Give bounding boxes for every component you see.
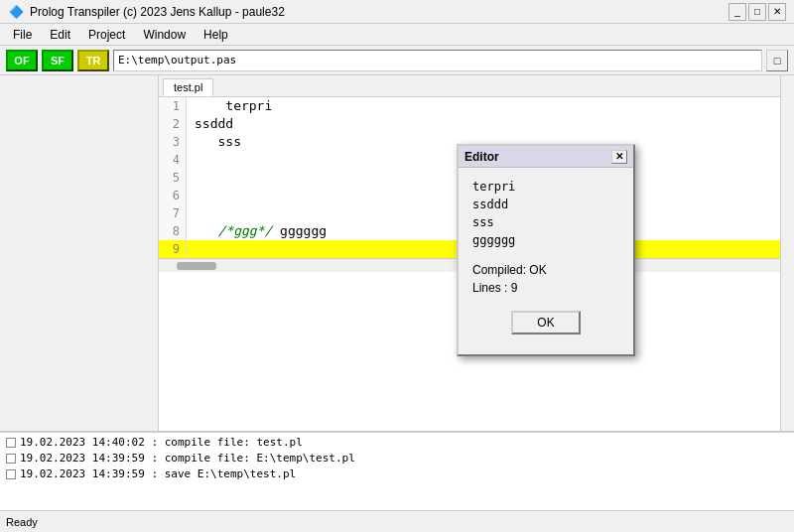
btn-of[interactable]: OF — [6, 50, 38, 71]
app-icon: 🔷 — [8, 4, 24, 20]
line-number: 4 — [159, 151, 187, 169]
dialog-code-line: ssddd — [472, 196, 619, 213]
dialog-code-line: gggggg — [472, 231, 619, 249]
dialog-titlebar[interactable]: Editor ✕ — [459, 146, 633, 168]
dialog-title: Editor — [464, 150, 499, 164]
dialog-code-line: sss — [472, 213, 619, 231]
dialog-close-button[interactable]: ✕ — [611, 150, 627, 164]
line-number: 7 — [159, 204, 187, 222]
log-text: 19.02.2023 14:39:59 : save E:\temp\test.… — [20, 466, 296, 482]
editor-tab[interactable]: test.pl — [163, 78, 213, 96]
btn-tr[interactable]: TR — [77, 50, 109, 71]
code-line: 1 terpri — [159, 97, 794, 115]
log-checkbox[interactable] — [6, 454, 16, 464]
close-button[interactable]: ✕ — [768, 3, 786, 21]
log-text: 19.02.2023 14:39:59 : compile file: E:\t… — [20, 451, 355, 466]
line-number: 5 — [159, 169, 187, 187]
line-number: 6 — [159, 187, 187, 204]
line-number: 1 — [159, 97, 187, 115]
toolbar: OF SF TR □ — [0, 46, 794, 75]
app-title: Prolog Transpiler (c) 2023 Jens Kallup -… — [30, 5, 728, 19]
file-path-input[interactable] — [113, 50, 762, 71]
editor-dialog: Editor ✕ terprissdddsssgggggg Compiled: … — [457, 144, 635, 356]
hscrollbar-thumb[interactable] — [177, 262, 216, 270]
log-line: 19.02.2023 14:40:02 : compile file: test… — [6, 435, 788, 451]
status-bar: Ready — [0, 510, 794, 532]
dialog-body: terprissdddsssgggggg Compiled: OK Lines … — [459, 168, 633, 354]
code-line: 2ssddd — [159, 115, 794, 133]
log-text: 19.02.2023 14:40:02 : compile file: test… — [20, 435, 303, 451]
dialog-code-lines: terprissdddsssgggggg — [472, 178, 619, 249]
line-number: 9 — [159, 240, 187, 258]
menu-window[interactable]: Window — [134, 25, 195, 45]
tab-bar: test.pl — [159, 75, 794, 97]
line-number: 8 — [159, 222, 187, 240]
dialog-ok-button[interactable]: OK — [511, 311, 581, 334]
log-checkbox[interactable] — [6, 438, 16, 448]
menu-edit[interactable]: Edit — [41, 25, 79, 45]
window-controls: _ □ ✕ — [728, 3, 786, 21]
folder-button[interactable]: □ — [766, 50, 788, 71]
line-number: 2 — [159, 115, 187, 133]
vertical-scrollbar[interactable] — [780, 75, 794, 431]
menu-file[interactable]: File — [4, 25, 41, 45]
line-number: 3 — [159, 133, 187, 151]
line-content: ssddd — [187, 115, 794, 133]
dialog-footer: OK — [472, 311, 619, 344]
compiled-label: Compiled: OK — [472, 261, 619, 279]
dialog-code-line: terpri — [472, 178, 619, 196]
main-area: test.pl 1 terpri2ssddd3 sss45678 /*ggg*/… — [0, 75, 794, 431]
lines-label: Lines : 9 — [472, 279, 619, 297]
left-panel — [0, 75, 159, 431]
line-content: terpri — [187, 97, 794, 115]
minimize-button[interactable]: _ — [728, 3, 746, 21]
log-checkbox[interactable] — [6, 469, 16, 479]
dialog-info: Compiled: OK Lines : 9 — [472, 261, 619, 297]
menu-bar: File Edit Project Window Help — [0, 24, 794, 46]
menu-help[interactable]: Help — [195, 25, 237, 45]
title-bar: 🔷 Prolog Transpiler (c) 2023 Jens Kallup… — [0, 0, 794, 24]
log-area: 19.02.2023 14:40:02 : compile file: test… — [0, 431, 794, 510]
log-line: 19.02.2023 14:39:59 : save E:\temp\test.… — [6, 466, 788, 482]
status-text: Ready — [6, 516, 38, 528]
btn-sf[interactable]: SF — [42, 50, 73, 71]
menu-project[interactable]: Project — [79, 25, 134, 45]
maximize-button[interactable]: □ — [748, 3, 766, 21]
log-line: 19.02.2023 14:39:59 : compile file: E:\t… — [6, 451, 788, 466]
